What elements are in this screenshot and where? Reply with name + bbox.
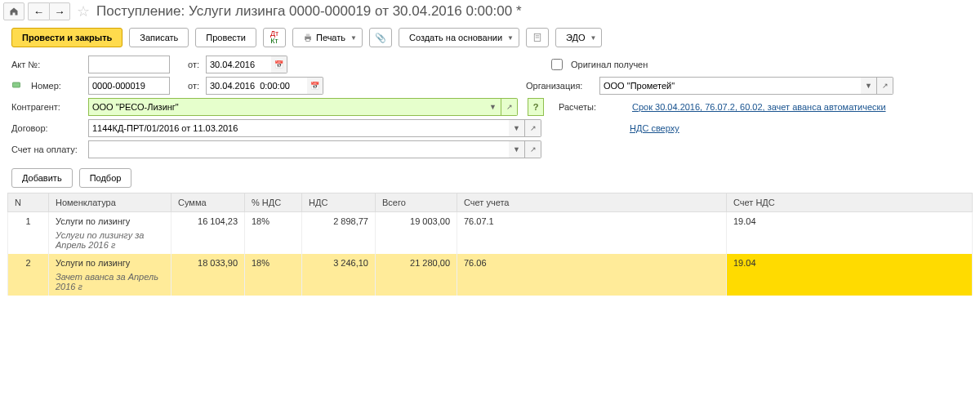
act-number-input[interactable] [88, 56, 170, 73]
forward-button[interactable]: → [49, 2, 70, 20]
act-date-input[interactable] [206, 56, 271, 73]
status-icon [11, 80, 21, 90]
select-button[interactable]: Подбор [79, 168, 132, 188]
items-table: N Номенклатура Сумма % НДС НДС Всего Сче… [7, 193, 973, 296]
svg-rect-6 [13, 82, 20, 87]
th-pct-nds[interactable]: % НДС [245, 193, 302, 212]
act-label: Акт №: [11, 60, 82, 69]
org-label: Организация: [526, 81, 591, 91]
help-button[interactable]: ? [528, 98, 544, 116]
counterparty-input[interactable] [88, 98, 485, 116]
original-received-checkbox[interactable] [551, 59, 563, 70]
contract-input[interactable] [88, 119, 509, 137]
org-input[interactable] [599, 77, 861, 95]
caret-down-icon: ▼ [507, 34, 514, 42]
contract-label: Договор: [11, 123, 82, 133]
nds-link[interactable]: НДС сверху [630, 123, 679, 133]
number-input[interactable] [88, 77, 170, 95]
table-row-desc: Услуги по лизингу за Апрель 2016 г [8, 230, 973, 254]
th-sum[interactable]: Сумма [172, 193, 245, 212]
save-button[interactable]: Записать [129, 28, 189, 47]
th-nds-account[interactable]: Счет НДС [727, 193, 973, 212]
arrow-left-icon: ← [33, 6, 44, 18]
settlements-label: Расчеты: [559, 102, 624, 112]
caret-down-icon: ▼ [350, 34, 357, 42]
th-total[interactable]: Всего [376, 193, 457, 212]
original-received-label: Оригинал получен [571, 60, 648, 69]
table-row-desc: Зачет аванса за Апрель 2016 г [8, 272, 973, 296]
open-button[interactable]: ↗ [501, 98, 518, 116]
open-button[interactable]: ↗ [877, 77, 893, 95]
th-nomenclature[interactable]: Номенклатура [49, 193, 172, 212]
calendar-icon: 📅 [310, 82, 319, 90]
table-row[interactable]: 2 Услуги по лизингу 18 033,90 18% 3 246,… [8, 254, 973, 272]
dropdown-button[interactable]: ▼ [861, 77, 877, 95]
number-from-label: от: [176, 81, 199, 91]
dtkt-icon: ДтКт [270, 30, 278, 45]
page-title: Поступление: Услуги лизинга 0000-000019 … [96, 3, 522, 20]
number-date-input[interactable] [206, 77, 307, 95]
open-button[interactable]: ↗ [525, 119, 541, 137]
settlements-link[interactable]: Срок 30.04.2016, 76.07.2, 60.02, зачет а… [632, 102, 886, 112]
report-button[interactable] [526, 28, 549, 47]
add-button[interactable]: Добавить [11, 168, 73, 188]
favorite-icon[interactable]: ☆ [77, 2, 90, 20]
svg-rect-2 [306, 39, 310, 42]
document-icon [532, 33, 542, 42]
th-n[interactable]: N [8, 193, 49, 212]
invoice-label: Счет на оплату: [11, 145, 82, 154]
print-icon [303, 33, 313, 42]
post-and-close-button[interactable]: Провести и закрыть [11, 28, 122, 47]
home-button[interactable] [3, 2, 24, 20]
th-nds[interactable]: НДС [302, 193, 376, 212]
attachment-button[interactable]: 📎 [369, 28, 392, 47]
caret-down-icon: ▼ [590, 34, 597, 42]
dropdown-button[interactable]: ▼ [485, 98, 501, 116]
th-account[interactable]: Счет учета [457, 193, 727, 212]
counterparty-label: Контрагент: [11, 102, 82, 112]
dtkt-button[interactable]: ДтКт [263, 28, 286, 47]
dropdown-button[interactable]: ▼ [509, 140, 525, 158]
number-label: Номер: [31, 81, 82, 91]
arrow-right-icon: → [54, 6, 65, 18]
paperclip-icon: 📎 [375, 33, 386, 43]
create-based-button[interactable]: Создать на основании ▼ [399, 28, 519, 47]
dropdown-button[interactable]: ▼ [509, 119, 525, 137]
back-button[interactable]: ← [28, 2, 49, 20]
home-icon [9, 7, 19, 16]
post-button[interactable]: Провести [195, 28, 256, 47]
svg-rect-1 [306, 34, 310, 37]
calendar-button[interactable]: 📅 [307, 77, 323, 95]
print-button[interactable]: Печать ▼ [292, 28, 363, 47]
act-from-label: от: [176, 60, 199, 69]
invoice-input[interactable] [88, 140, 509, 158]
table-row[interactable]: 1 Услуги по лизингу 16 104,23 18% 2 898,… [8, 212, 973, 231]
edo-button[interactable]: ЭДО ▼ [555, 28, 602, 47]
open-button[interactable]: ↗ [525, 140, 541, 158]
calendar-icon: 📅 [274, 60, 283, 69]
calendar-button[interactable]: 📅 [271, 56, 287, 73]
